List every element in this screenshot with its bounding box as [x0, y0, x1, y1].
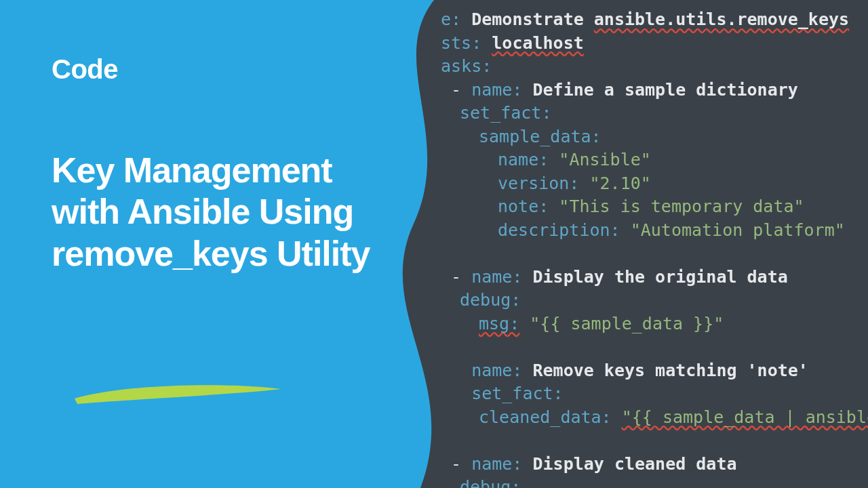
yaml-text-spellcheck: ansible.utils.remove_keys: [594, 9, 849, 29]
title-line-2: with Ansible Using: [52, 192, 353, 231]
yaml-text: Display the original data: [532, 267, 787, 287]
yaml-string: "2.10": [589, 174, 650, 193]
slide-title: Key Management with Ansible Using remove…: [52, 150, 393, 274]
yaml-key: name:: [498, 150, 549, 169]
yaml-key: debug:: [460, 477, 521, 488]
left-panel: Code Key Management with Ansible Using r…: [0, 0, 434, 488]
yaml-key: sts:: [441, 33, 481, 53]
yaml-key: description:: [498, 220, 620, 240]
code-panel: e: Demonstrate ansible.utils.remove_keys…: [380, 0, 868, 488]
yaml-text-spellcheck: localhost: [492, 33, 583, 53]
yaml-key: e:: [441, 9, 461, 29]
yaml-key: note:: [498, 197, 549, 216]
yaml-key: name:: [471, 454, 522, 474]
yaml-text: Remove keys matching 'note': [532, 361, 808, 380]
yaml-key: sample_data:: [479, 127, 601, 146]
yaml-key: set_fact:: [460, 103, 551, 123]
yaml-key: debug:: [460, 290, 521, 310]
category-label: Code: [52, 54, 393, 85]
yaml-text: Demonstrate: [471, 9, 594, 29]
yaml-string: "This is temporary data": [559, 197, 804, 216]
yaml-key: set_fact:: [471, 384, 563, 403]
yaml-key: cleaned_data:: [479, 407, 612, 427]
yaml-key: asks:: [441, 56, 492, 76]
slide-root: Code Key Management with Ansible Using r…: [0, 0, 868, 488]
yaml-key: name:: [471, 361, 522, 380]
yaml-key: name:: [471, 267, 522, 287]
yaml-key: version:: [498, 174, 579, 193]
title-line-1: Key Management: [52, 150, 332, 190]
yaml-text: Define a sample dictionary: [532, 80, 797, 100]
yaml-string-spellcheck: "{{ sample_data | ansible: [622, 407, 868, 427]
yaml-key: name:: [471, 80, 522, 100]
yaml-key-spellcheck: msg:: [479, 314, 519, 333]
yaml-string: "{{ sample_data }}": [530, 314, 724, 333]
underline-swoosh-icon: [69, 380, 286, 407]
title-line-3: remove_keys Utility: [52, 234, 370, 273]
yaml-text: Display cleaned data: [532, 454, 736, 474]
yaml-string: "Ansible": [559, 150, 650, 169]
yaml-string: "Automation platform": [631, 220, 845, 240]
